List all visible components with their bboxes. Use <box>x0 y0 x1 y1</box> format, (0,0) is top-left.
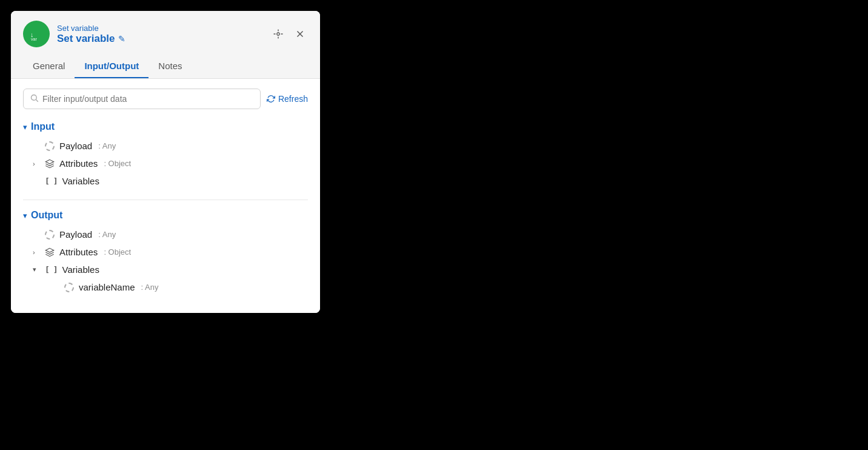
input-payload-label: Payload <box>59 141 92 151</box>
tabs: General Input/Output Notes <box>23 55 308 78</box>
input-attributes-type: : Object <box>104 159 131 168</box>
payload-circle-dot-icon <box>45 141 55 151</box>
output-variables-label: Variables <box>62 264 99 275</box>
search-input-wrapper[interactable] <box>23 89 261 109</box>
panel-body: Refresh ▾ Input Payload : Any › <box>11 79 320 313</box>
locate-button[interactable] <box>270 26 286 42</box>
variables-array-icon: [ ] <box>45 176 57 186</box>
output-attributes-item[interactable]: › Attributes : Object <box>23 243 308 261</box>
node-title: Set variable <box>57 33 115 45</box>
node-titles: Set variable Set variable ✎ <box>57 24 125 45</box>
input-section-header[interactable]: ▾ Input <box>23 121 308 132</box>
output-attributes-label: Attributes <box>59 247 98 257</box>
search-input[interactable] <box>42 94 254 104</box>
tab-input-output[interactable]: Input/Output <box>75 55 149 78</box>
panel: ↓ var Set variable Set variable ✎ <box>11 11 320 313</box>
input-payload-item: Payload : Any <box>23 137 308 155</box>
svg-line-10 <box>36 99 38 101</box>
tab-general[interactable]: General <box>23 55 75 78</box>
search-row: Refresh <box>23 89 308 109</box>
svg-point-2 <box>277 33 280 36</box>
refresh-button[interactable]: Refresh <box>267 94 308 104</box>
output-variablename-label: variableName <box>79 282 135 292</box>
node-subtitle: Set variable <box>57 24 125 33</box>
svg-text:var: var <box>31 37 37 41</box>
input-variables-item: [ ] Variables <box>23 172 308 190</box>
locate-icon <box>273 29 284 39</box>
attributes-cube-icon <box>45 159 55 169</box>
input-attributes-expand-icon: › <box>33 160 40 167</box>
input-attributes-label: Attributes <box>59 158 98 169</box>
header-left: ↓ var Set variable Set variable ✎ <box>23 21 125 47</box>
output-variables-item[interactable]: ▾ [ ] Variables <box>23 261 308 278</box>
var-icon: ↓ var <box>29 27 44 41</box>
output-section: ▾ Output Payload : Any › <box>23 210 308 296</box>
output-attributes-expand-icon: › <box>33 249 40 256</box>
output-attributes-type: : Object <box>104 247 131 257</box>
search-icon <box>30 93 39 104</box>
header-top: ↓ var Set variable Set variable ✎ <box>23 21 308 47</box>
panel-header: ↓ var Set variable Set variable ✎ <box>11 11 320 79</box>
input-variables-label: Variables <box>62 176 99 186</box>
output-attributes-cube-icon <box>45 247 55 257</box>
node-icon: ↓ var <box>23 21 50 47</box>
output-variables-expand-icon: ▾ <box>33 266 40 274</box>
node-title-row: Set variable ✎ <box>57 33 125 45</box>
input-payload-type: : Any <box>98 141 116 150</box>
input-attributes-item[interactable]: › Attributes : Object <box>23 155 308 172</box>
tab-notes[interactable]: Notes <box>149 55 192 78</box>
refresh-icon <box>267 95 275 103</box>
input-chevron-icon: ▾ <box>23 123 27 132</box>
input-section: ▾ Input Payload : Any › <box>23 121 308 190</box>
output-variablename-item: variableName : Any <box>23 278 308 296</box>
output-variables-array-icon: [ ] <box>45 265 57 274</box>
refresh-label: Refresh <box>278 94 308 104</box>
output-payload-type: : Any <box>98 230 116 239</box>
output-section-title: Output <box>31 210 62 221</box>
output-payload-circle-dot-icon <box>45 230 55 240</box>
output-payload-item: Payload : Any <box>23 226 308 243</box>
close-icon <box>295 29 305 39</box>
output-variablename-type: : Any <box>141 283 159 292</box>
section-divider <box>23 200 308 200</box>
edit-icon[interactable]: ✎ <box>118 34 125 44</box>
input-section-title: Input <box>31 121 55 132</box>
output-payload-label: Payload <box>59 229 92 240</box>
output-variablename-circle-dot-icon <box>64 283 74 292</box>
svg-point-9 <box>32 95 37 101</box>
header-actions <box>270 26 308 42</box>
output-chevron-icon: ▾ <box>23 211 27 220</box>
close-button[interactable] <box>292 26 308 42</box>
output-section-header[interactable]: ▾ Output <box>23 210 308 221</box>
